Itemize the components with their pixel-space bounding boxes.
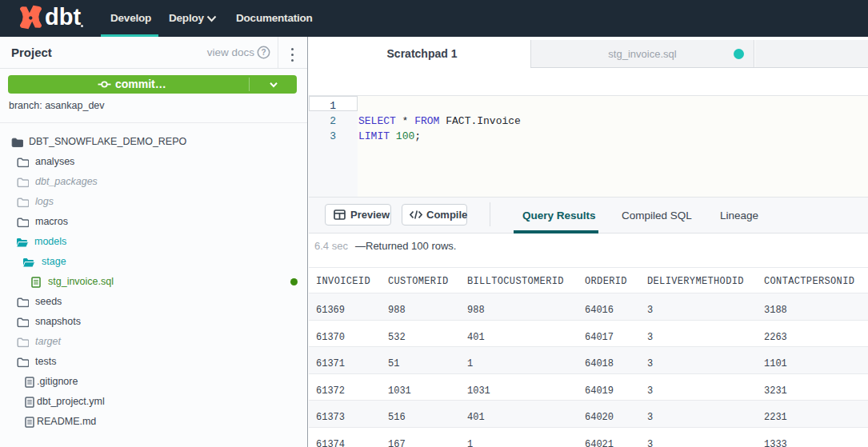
svg-text:?: ? bbox=[261, 48, 266, 57]
